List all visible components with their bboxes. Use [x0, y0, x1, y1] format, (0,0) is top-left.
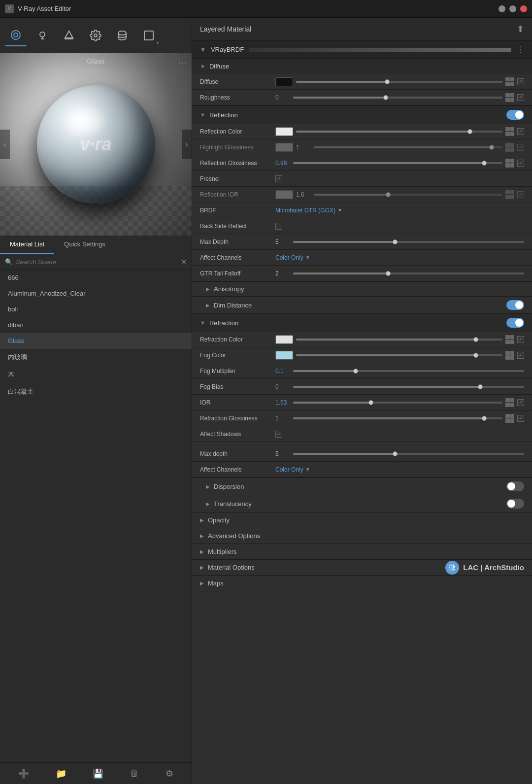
affect-channels-refraction-dropdown[interactable]: Color Only ▼: [275, 466, 310, 473]
right-panel: Layered Material ⬆ ▼ VRayBRDF ⋮ ▼ Diffus…: [192, 18, 532, 784]
brdf-row: ▼ VRayBRDF ⋮: [192, 41, 532, 59]
open-folder-button[interactable]: 📁: [52, 766, 70, 781]
reflection-glossiness-checkbox[interactable]: [517, 160, 524, 167]
brdf-collapse-icon[interactable]: ▼: [200, 46, 206, 53]
brdf-type-dropdown[interactable]: Microfacet GTR (GGX) ▼: [275, 207, 342, 214]
refraction-color-swatch[interactable]: [275, 335, 293, 344]
reflection-ior-slider[interactable]: [314, 194, 502, 196]
preview-next-button[interactable]: ›: [182, 130, 192, 159]
highlight-glossiness-checkbox[interactable]: [517, 144, 524, 151]
anisotropy-header[interactable]: ▶ Anisotropy: [192, 282, 532, 297]
gtr-tail-label: GTR Tail Falloff: [200, 270, 271, 277]
fog-bias-slider[interactable]: [293, 386, 524, 388]
material-item-666[interactable]: 666: [0, 270, 192, 286]
brdf-dots[interactable]: ⋮: [516, 45, 524, 54]
reflection-color-checkbox[interactable]: [517, 128, 524, 135]
highlight-glossiness-slider[interactable]: [314, 146, 502, 148]
material-item-boli[interactable]: boli: [0, 302, 192, 317]
reflection-toggle[interactable]: [506, 110, 524, 120]
highlight-glossiness-swatch[interactable]: [275, 143, 293, 152]
reflection-color-swatch[interactable]: [275, 127, 293, 136]
roughness-checkbox[interactable]: [517, 94, 524, 101]
diffuse-color-swatch[interactable]: [275, 77, 293, 86]
tab-quick-settings[interactable]: Quick Settings: [54, 236, 115, 254]
reflection-ior-checkbox[interactable]: [517, 191, 524, 198]
roughness-slider[interactable]: [293, 97, 502, 99]
reflection-glossiness-grid[interactable]: [505, 159, 514, 168]
translucency-toggle[interactable]: [506, 499, 524, 509]
fog-color-grid[interactable]: [505, 351, 514, 360]
lights-button[interactable]: [32, 25, 53, 46]
material-item-neiglass[interactable]: 内玻璃: [0, 349, 192, 366]
reflection-ior-swatch[interactable]: [275, 190, 293, 199]
diffuse-section-header[interactable]: ▼ Diffuse: [192, 59, 532, 74]
material-item-diban[interactable]: diban: [0, 317, 192, 333]
materials-button[interactable]: [5, 25, 27, 46]
affect-channels-reflection-dropdown[interactable]: Color Only ▼: [275, 254, 310, 261]
material-settings-button[interactable]: ⚙: [162, 766, 177, 781]
reflection-glossiness-slider[interactable]: [293, 162, 502, 164]
brdf-type-label: BRDF: [200, 207, 271, 214]
refraction-color-checkbox[interactable]: [517, 336, 524, 343]
fresnel-checkbox[interactable]: [275, 175, 282, 182]
dispersion-header[interactable]: ▶ Dispersion: [192, 478, 532, 495]
reflection-slider[interactable]: [296, 131, 502, 133]
preview-dots[interactable]: ⋯: [178, 57, 187, 68]
gtr-tail-slider[interactable]: [293, 273, 524, 274]
upload-icon[interactable]: ⬆: [517, 24, 524, 34]
translucency-header[interactable]: ▶ Translucency: [192, 495, 532, 512]
back-side-reflect-checkbox[interactable]: [275, 223, 282, 230]
refraction-color-grid[interactable]: [505, 335, 514, 344]
refraction-max-depth-slider[interactable]: [293, 453, 524, 455]
refraction-glossiness-grid[interactable]: [505, 414, 514, 423]
material-item-mu[interactable]: 木: [0, 366, 192, 383]
ior-checkbox[interactable]: [517, 399, 524, 406]
fog-multiplier-slider[interactable]: [293, 370, 524, 372]
roughness-grid-icon[interactable]: [505, 93, 514, 102]
textures-button[interactable]: [111, 25, 133, 46]
fog-color-swatch[interactable]: [275, 351, 293, 360]
dim-distance-toggle[interactable]: [506, 300, 524, 310]
material-item-aluminum[interactable]: Aluminum_Anodized_Clear: [0, 286, 192, 302]
fog-color-slider[interactable]: [296, 354, 502, 356]
diffuse-checkbox[interactable]: [517, 78, 524, 85]
ior-grid[interactable]: [505, 398, 514, 407]
dispersion-toggle[interactable]: [506, 481, 524, 491]
affect-shadows-checkbox[interactable]: [275, 431, 282, 438]
dim-distance-header[interactable]: ▶ Dim Distance: [192, 297, 532, 314]
close-button[interactable]: ✕: [520, 5, 527, 12]
fog-color-checkbox[interactable]: [517, 352, 524, 359]
diffuse-slider[interactable]: [296, 81, 502, 83]
highlight-glossiness-grid[interactable]: [505, 143, 514, 152]
render-button[interactable]: [138, 25, 160, 46]
reflection-section-header[interactable]: ▼ Reflection: [192, 106, 532, 124]
refraction-toggle[interactable]: [506, 318, 524, 328]
refraction-color-slider[interactable]: [296, 339, 502, 341]
ior-slider[interactable]: [293, 402, 502, 404]
tab-material-list[interactable]: Material List: [0, 236, 54, 254]
material-options-row[interactable]: ▶ Material Options 微 LAC | ArchStudio: [192, 560, 532, 576]
minimize-button[interactable]: —: [499, 5, 505, 12]
refraction-glossiness-slider[interactable]: [293, 417, 502, 419]
maximize-button[interactable]: □: [509, 5, 516, 12]
material-item-glass[interactable]: Glass: [0, 333, 192, 349]
add-material-button[interactable]: ➕: [14, 766, 33, 781]
advanced-options-row[interactable]: ▶ Advanced Options: [192, 528, 532, 544]
settings-button[interactable]: [85, 25, 106, 46]
refraction-section-header[interactable]: ▼ Refraction: [192, 314, 532, 332]
search-clear-button[interactable]: ✕: [181, 258, 187, 266]
maps-row[interactable]: ▶ Maps: [192, 576, 532, 591]
delete-material-button[interactable]: 🗑: [126, 766, 143, 781]
preview-prev-button[interactable]: ‹: [0, 130, 10, 159]
geometry-button[interactable]: [58, 25, 80, 46]
multipliers-row[interactable]: ▶ Multipliers: [192, 544, 532, 560]
diffuse-grid-icon[interactable]: [505, 77, 514, 86]
opacity-row[interactable]: ▶ Opacity: [192, 512, 532, 528]
reflection-ior-grid[interactable]: [505, 190, 514, 199]
max-depth-slider[interactable]: [293, 241, 524, 243]
material-item-concrete[interactable]: 白混凝土: [0, 383, 192, 401]
refraction-glossiness-checkbox[interactable]: [517, 415, 524, 422]
save-material-button[interactable]: 💾: [89, 766, 107, 781]
search-input[interactable]: [16, 258, 178, 266]
reflection-grid-icon[interactable]: [505, 127, 514, 136]
